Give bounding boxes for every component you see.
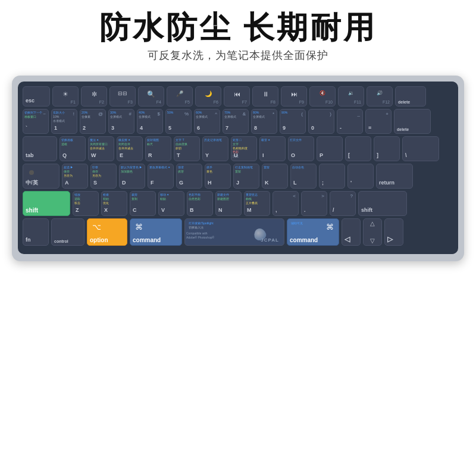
key-f10[interactable]: 🔇 F10 xyxy=(309,86,336,107)
key-option[interactable]: ⌥ option xyxy=(87,218,127,246)
key-bracket-left[interactable]: [ xyxy=(345,136,371,161)
bottom-row: fn control ⌥ option ⌘ command 打开搜索/Spotl… xyxy=(23,218,453,246)
key-tilde[interactable]: 切换到下一个 画板窗口 ~ ` xyxy=(23,109,49,134)
key-shift-left[interactable]: shift xyxy=(23,191,70,216)
key-r[interactable]: 旋转视图 标尺 R xyxy=(145,136,171,161)
key-u[interactable]: 矩形 □ 文字 色相饱和度 色彩 汉道 U xyxy=(231,136,257,161)
key-4[interactable]: 40% 全屏模式 $ 4 xyxy=(137,109,163,134)
key-equals[interactable]: + = xyxy=(365,109,392,134)
key-enter[interactable]: return xyxy=(376,164,413,189)
key-control[interactable]: control xyxy=(51,218,84,246)
page: 防水防尘 长期耐用 可反复水洗，为笔记本提供全面保护 esc ☀ F1 ✼ F2… xyxy=(0,0,476,476)
key-o[interactable]: 打开文件 O xyxy=(288,136,314,161)
key-arrow-right[interactable]: ▷ xyxy=(384,218,403,246)
key-fn[interactable]: fn xyxy=(23,218,49,246)
fn-row: esc ☀ F1 ✼ F2 ⊟⊟ F3 🔍 F4 xyxy=(23,86,453,107)
key-esc[interactable]: esc xyxy=(23,86,50,107)
key-f5[interactable]: 🎤 F5 xyxy=(167,86,193,107)
key-semicolon[interactable]: ; xyxy=(319,164,345,189)
key-f12[interactable]: 🔊 F12 xyxy=(367,86,393,107)
key-f9[interactable]: ⏭ F9 xyxy=(281,86,307,107)
key-v[interactable]: 移动 ✦ 粘贴 V xyxy=(158,191,184,216)
sub-title: 可反复水洗，为笔记本提供全面保护 xyxy=(12,48,464,62)
main-title: 防水防尘 长期耐用 xyxy=(12,11,464,45)
key-9[interactable]: 90% ( 9 xyxy=(280,109,306,134)
key-space[interactable]: 打开搜索/Spotlight 切换输入法 Compatible withAdob… xyxy=(184,218,284,246)
key-f2[interactable]: ✼ F2 xyxy=(81,86,107,107)
key-f4[interactable]: 🔍 F4 xyxy=(138,86,164,107)
key-c[interactable]: 裁剪 复制 C xyxy=(130,191,156,216)
asdf-row: 中/英 超选 ▶ 保存 另存为 A 印章 保存 另存为 xyxy=(23,164,453,189)
key-arrows-ud[interactable]: △ ▽ xyxy=(363,218,382,246)
key-j[interactable]: 行走复制画笔 置留 J xyxy=(233,164,259,189)
key-s[interactable]: 印章 保存 另存为 S xyxy=(90,164,117,189)
key-x[interactable]: 检索 初始 优化 X xyxy=(101,191,127,216)
key-a[interactable]: 超选 ▶ 保存 另存为 A xyxy=(62,164,88,189)
key-g[interactable]: 渐变 抓管 G xyxy=(176,164,202,189)
key-delete[interactable]: delete xyxy=(395,86,426,107)
key-f1[interactable]: ☀ F1 xyxy=(52,86,79,107)
qwerty-row: tab 切换画板 选框 Q 魔法 ✦ 关闭所有窗口 合并并减去 W xyxy=(23,136,453,161)
key-e[interactable]: 橡皮擦 ✦ 封闭合并 合并并减去 E xyxy=(117,136,143,161)
key-command-left[interactable]: ⌘ command xyxy=(130,218,182,246)
zxcv-row: shift 缩放 选取 双击 Z 检索 初始 优化 X xyxy=(23,191,453,216)
key-b[interactable]: 色彩平衡 自然色彩 B xyxy=(187,191,213,216)
key-t[interactable]: 文字 T 自由变换 斜切 T xyxy=(174,136,200,161)
key-minus[interactable]: _ - xyxy=(337,109,363,134)
key-f6[interactable]: 🌙 F6 xyxy=(195,86,221,107)
key-7[interactable]: 70% 全屏模式 & 7 xyxy=(223,109,249,134)
header-section: 防水防尘 长期耐用 可反复水洗，为笔记本提供全面保护 xyxy=(0,0,476,67)
key-tab[interactable]: tab xyxy=(23,136,57,161)
key-2[interactable]: 20% 全像素 @ 2 xyxy=(80,109,106,134)
key-arrow-left[interactable]: ◁ xyxy=(342,218,361,246)
key-backslash[interactable]: \ xyxy=(402,136,439,161)
key-command-right[interactable]: 辅助可见 ⌘ command xyxy=(287,218,339,246)
key-n[interactable]: 新建文件 新建图层 N xyxy=(215,191,242,216)
key-6[interactable]: 60% 全屏模式 ^ 6 xyxy=(194,109,220,134)
key-f3[interactable]: ⊟⊟ F3 xyxy=(109,86,136,107)
key-l[interactable]: 自动合色 L xyxy=(290,164,317,189)
key-w[interactable]: 魔法 ✦ 关闭所有窗口 合并并减去 W xyxy=(88,136,114,161)
key-shift-right[interactable]: shift xyxy=(358,191,407,216)
key-comma[interactable]: < , xyxy=(273,191,299,216)
keyboard-wrapper: esc ☀ F1 ✼ F2 ⊟⊟ F3 🔍 F4 xyxy=(12,76,464,261)
key-f[interactable]: 更改屏幕模式 ✦ F xyxy=(148,164,174,189)
key-8[interactable]: 80% 全屏模式 * 8 xyxy=(251,109,277,134)
key-f7[interactable]: ⏮ F7 xyxy=(224,86,250,107)
key-y[interactable]: 历史记录画笔 Y xyxy=(202,136,228,161)
key-i[interactable]: 吸管 ✦ I xyxy=(259,136,286,161)
key-d[interactable]: 默认为背景色 ▶ 加深颜色 D xyxy=(119,164,145,189)
key-k[interactable]: 置留 K xyxy=(262,164,288,189)
keyboard-inner: esc ☀ F1 ✼ F2 ⊟⊟ F3 🔍 F4 xyxy=(18,82,458,254)
brand-label: JCPAL xyxy=(261,237,279,243)
key-3[interactable]: 30% 全屏模式 # 3 xyxy=(108,109,134,134)
key-bracket-right[interactable]: ] xyxy=(374,136,400,161)
key-slash[interactable]: ? / xyxy=(330,191,356,216)
key-f8[interactable]: ⏸ F8 xyxy=(252,86,278,107)
key-m[interactable]: 重塑意志 曲线 正片叠底 M xyxy=(244,191,270,216)
key-quote[interactable]: ' xyxy=(347,164,374,189)
key-h[interactable]: 抓手 黄色 H xyxy=(205,164,231,189)
key-z[interactable]: 缩放 选取 双击 Z xyxy=(73,191,99,216)
adobe-label: Compatible withAdobe® Photoshop® xyxy=(186,231,214,239)
key-backspace[interactable]: delete xyxy=(394,109,431,134)
key-q[interactable]: 切换画板 选框 Q xyxy=(60,136,86,161)
key-5[interactable]: 50% % 5 xyxy=(165,109,192,134)
key-f11[interactable]: 🔉 F11 xyxy=(338,86,364,107)
key-p[interactable]: P xyxy=(317,136,343,161)
key-caps[interactable]: 中/英 xyxy=(23,164,60,189)
key-0[interactable]: ) 0 xyxy=(308,109,334,134)
num-row: 切换到下一个 画板窗口 ~ ` 实际大小 10% 水准模式 ! 1 xyxy=(23,109,453,134)
key-period[interactable]: > . xyxy=(301,191,327,216)
key-1[interactable]: 实际大小 10% 水准模式 ! 1 xyxy=(51,109,77,134)
